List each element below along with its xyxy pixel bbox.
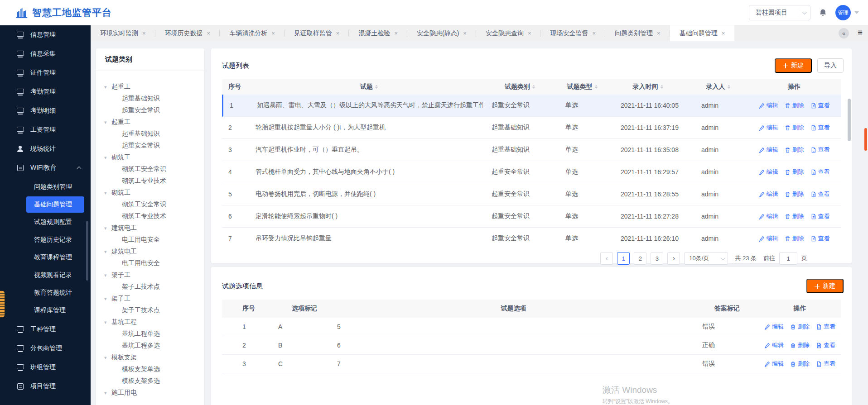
edit-link[interactable]: 编辑 xyxy=(764,323,784,331)
close-icon[interactable] xyxy=(336,30,340,36)
tree-node[interactable]: 建筑电工 xyxy=(96,222,204,234)
tree-node[interactable]: 砌筑工 xyxy=(96,187,204,199)
tree-node[interactable]: 建筑电工 xyxy=(96,246,204,257)
tab[interactable]: 安全隐患(静态) xyxy=(407,25,476,41)
sort-icon[interactable] xyxy=(661,84,663,90)
sidebar-item[interactable]: 信息管理 xyxy=(0,25,91,44)
collapse-tabs-button[interactable] xyxy=(839,28,849,38)
tab[interactable]: 环境实时监测 xyxy=(91,25,155,41)
page-scrollbar[interactable] xyxy=(864,128,867,151)
tree-node[interactable]: 施工用电 xyxy=(96,387,204,399)
sidebar-item[interactable]: 课程库管理 xyxy=(26,302,84,319)
delete-link[interactable]: 删除 xyxy=(785,212,804,220)
sidebar-item[interactable]: 考勤管理 xyxy=(0,82,91,101)
prev-page-button[interactable] xyxy=(600,252,613,265)
page-button[interactable]: 1 xyxy=(617,252,630,265)
table-row[interactable]: 4 管式桅杆单面受力，其中心线与地面夹角不小于( ) 起重安全常识 单选 202… xyxy=(222,161,841,183)
view-link[interactable]: 查看 xyxy=(810,190,830,198)
table-row[interactable]: 5 电动卷扬机用完后，切断电源，并使跑绳( ) 起重安全常识 单选 2021-1… xyxy=(222,183,841,205)
option-row[interactable]: 1 A 5 错误 编辑 删除 xyxy=(222,318,841,336)
edit-link[interactable]: 编辑 xyxy=(759,234,778,243)
goto-page-input[interactable] xyxy=(779,252,797,265)
tree-node[interactable]: 砌筑工安全常识 xyxy=(96,163,204,175)
view-link[interactable]: 查看 xyxy=(816,323,835,331)
column-header[interactable]: 试题类型 xyxy=(557,83,607,91)
tree-node[interactable]: 模板支架多选 xyxy=(96,375,204,387)
new-option-button[interactable]: 新建 xyxy=(806,279,844,293)
tree-node[interactable]: 起重安全常识 xyxy=(96,105,204,116)
sort-icon[interactable] xyxy=(532,84,535,90)
view-link[interactable]: 查看 xyxy=(810,212,830,220)
delete-link[interactable]: 删除 xyxy=(785,124,804,132)
new-button[interactable]: 新建 xyxy=(775,58,812,73)
close-icon[interactable] xyxy=(271,30,275,36)
tree-node[interactable]: 基坑工程多选 xyxy=(96,340,204,352)
tab[interactable]: 问题类别管理 xyxy=(605,25,670,41)
view-link[interactable]: 查看 xyxy=(816,360,835,368)
sidebar-item[interactable]: 基础问题管理 xyxy=(26,196,84,213)
sidebar-item[interactable]: 问题类别管理 xyxy=(26,179,84,195)
edit-link[interactable]: 编辑 xyxy=(764,341,784,349)
column-header[interactable]: 试题 xyxy=(256,83,482,91)
column-header[interactable]: 序号 xyxy=(222,83,256,91)
edit-link[interactable]: 编辑 xyxy=(764,360,784,368)
view-link[interactable]: 查看 xyxy=(810,168,830,176)
tree-node[interactable]: 起重基础知识 xyxy=(96,128,204,140)
view-link[interactable]: 查看 xyxy=(816,341,835,349)
close-icon[interactable] xyxy=(657,30,661,36)
sidebar-item[interactable]: 项目管理 xyxy=(0,377,91,396)
delete-link[interactable]: 删除 xyxy=(785,234,804,243)
view-link[interactable]: 查看 xyxy=(810,234,830,243)
tree-node[interactable]: 砌筑工专业技术 xyxy=(96,210,204,222)
delete-link[interactable]: 删除 xyxy=(790,360,810,368)
next-page-button[interactable] xyxy=(667,252,680,265)
user-menu[interactable]: 管理 xyxy=(835,5,859,20)
tab[interactable]: 见证取样监管 xyxy=(285,25,349,41)
close-icon[interactable] xyxy=(142,30,146,36)
table-row[interactable]: 1 如遇暴雨、雷电、大雪及（）级以上的大风等恶劣天气时，禁止露天进行起重工作。 … xyxy=(222,95,841,117)
sidebar-item[interactable]: 分包商管理 xyxy=(0,339,91,358)
delete-link[interactable]: 删除 xyxy=(785,146,804,154)
tree-node[interactable]: 起重基础知识 xyxy=(96,93,204,105)
sidebar-item[interactable]: 答题历史记录 xyxy=(26,232,84,248)
close-icon[interactable] xyxy=(394,30,398,36)
close-icon[interactable] xyxy=(207,30,211,36)
sort-icon[interactable] xyxy=(375,84,378,90)
edit-link[interactable]: 编辑 xyxy=(759,190,778,198)
docked-widget[interactable] xyxy=(0,291,5,318)
table-row[interactable]: 2 轮胎起重机按起重量大小分 ( )t，为大型起重机 起重基础知识 单选 202… xyxy=(222,117,841,139)
notification-bell-button[interactable] xyxy=(819,9,827,17)
close-icon[interactable] xyxy=(528,30,531,36)
import-button[interactable]: 导入 xyxy=(817,58,844,73)
view-link[interactable]: 查看 xyxy=(810,124,830,132)
tree-node[interactable]: 起重工 xyxy=(96,116,204,128)
option-row[interactable]: 3 C 7 错误 编辑 删除 xyxy=(222,355,841,373)
sidebar-item[interactable]: 证件管理 xyxy=(0,63,91,82)
tree-node[interactable]: 架子工技术点 xyxy=(96,305,204,316)
tab[interactable]: 基础问题管理 xyxy=(670,25,735,41)
tab[interactable]: 现场安全监督 xyxy=(540,25,605,41)
sidebar-item[interactable]: 教育课程管理 xyxy=(26,249,84,266)
tree-node[interactable]: 架子工 xyxy=(96,293,204,305)
hamburger-menu-icon[interactable] xyxy=(858,28,863,38)
delete-link[interactable]: 删除 xyxy=(785,190,804,198)
tree-node[interactable]: 起重工 xyxy=(96,81,204,93)
table-scrollbar[interactable] xyxy=(848,99,851,141)
edit-link[interactable]: 编辑 xyxy=(759,146,778,154)
column-header[interactable]: 操作 xyxy=(747,83,841,91)
tree-node[interactable]: 电工用电安全 xyxy=(96,234,204,246)
sidebar-item[interactable]: 班组管理 xyxy=(0,358,91,377)
sidebar-item[interactable]: 试题规则配置 xyxy=(26,214,84,230)
sidebar-item[interactable]: 视频观看记录 xyxy=(26,267,84,283)
tab[interactable]: 安全隐患查询 xyxy=(476,25,541,41)
project-select[interactable]: 碧桂园项目 xyxy=(749,5,810,20)
close-icon[interactable] xyxy=(592,30,596,36)
view-link[interactable]: 查看 xyxy=(810,101,830,110)
delete-link[interactable]: 删除 xyxy=(790,323,810,331)
close-icon[interactable] xyxy=(722,30,725,36)
tab[interactable]: 车辆清洗分析 xyxy=(220,25,285,41)
table-row[interactable]: 3 汽车起重机作业时，可（）垂直起吊。 起重基础知识 单选 2021-11-11… xyxy=(222,139,841,161)
column-header[interactable]: 试题类别 xyxy=(482,83,557,91)
edit-link[interactable]: 编辑 xyxy=(759,124,778,132)
column-header[interactable]: 录入人 xyxy=(689,83,747,91)
